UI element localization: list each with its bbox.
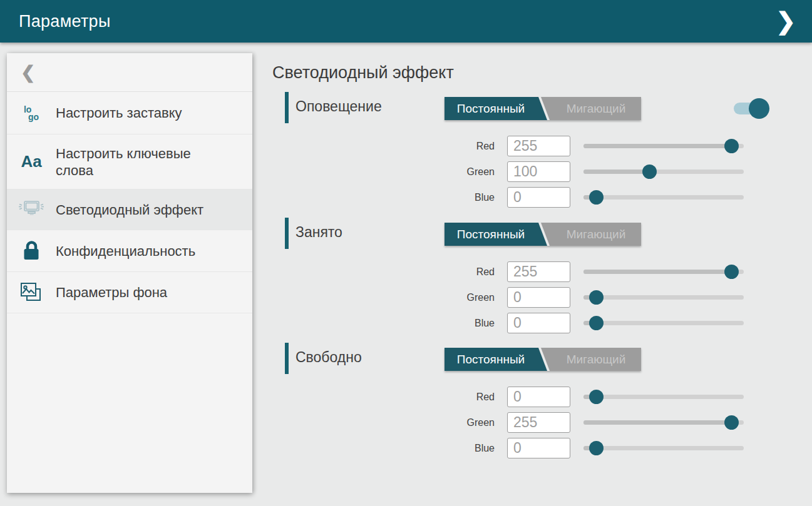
- mode-constant-button[interactable]: Постоянный: [445, 223, 547, 246]
- sidebar-collapse-button[interactable]: ❮: [7, 53, 252, 92]
- slider-thumb[interactable]: [724, 265, 739, 279]
- green-value-input[interactable]: [507, 287, 570, 308]
- app-header: Параметры ❯: [0, 0, 812, 43]
- mode-segmented-control: Мигающий Постоянный: [445, 97, 641, 120]
- led-section-notification: Оповещение Мигающий Постоянный Red Green…: [272, 92, 792, 217]
- sidebar-item-splash-screen[interactable]: logo Настроить заставку: [7, 92, 252, 134]
- section-marker-bar: [285, 92, 289, 123]
- slider-thumb[interactable]: [589, 316, 604, 330]
- mode-blinking-button[interactable]: Мигающий: [541, 223, 641, 246]
- rgb-label: Green: [272, 410, 495, 435]
- slider-thumb[interactable]: [642, 164, 657, 179]
- section-label: Свободно: [296, 349, 362, 366]
- notification-enabled-toggle[interactable]: [734, 98, 768, 119]
- slider-track: [583, 395, 744, 399]
- rgb-label: Blue: [272, 185, 495, 210]
- led-section-busy: Занято Мигающий Постоянный Red Green Blu…: [272, 218, 792, 343]
- rgb-row-green: Green: [272, 410, 792, 435]
- back-chevron-icon: ❮: [21, 62, 35, 83]
- rgb-row-blue: Blue: [272, 435, 792, 461]
- blue-value-input[interactable]: [507, 187, 570, 208]
- slider-fill: [583, 144, 731, 148]
- blue-value-input[interactable]: [507, 438, 570, 458]
- green-value-input[interactable]: [507, 412, 570, 433]
- red-value-input[interactable]: [507, 387, 570, 407]
- rgb-label: Blue: [272, 435, 495, 461]
- green-slider[interactable]: [583, 285, 744, 310]
- forward-chevron-icon[interactable]: ❯: [771, 7, 801, 36]
- sidebar-item-label: Настроить ключевые слова: [56, 145, 200, 179]
- page-title: Параметры: [19, 12, 111, 31]
- slider-fill: [583, 270, 731, 274]
- red-value-input[interactable]: [507, 261, 570, 282]
- slider-thumb[interactable]: [724, 139, 739, 153]
- rgb-label: Red: [272, 384, 495, 410]
- rgb-row-red: Red: [272, 133, 792, 159]
- mode-segmented-control: Мигающий Постоянный: [445, 348, 641, 371]
- sidebar-item-label: Конфиденциальность: [56, 243, 195, 260]
- green-slider[interactable]: [583, 410, 744, 435]
- main-section-title: Светодиодный эффект: [272, 63, 454, 83]
- sidebar-item-led-effect[interactable]: *** Светодиодный эффект: [7, 190, 252, 230]
- blue-slider[interactable]: [583, 435, 744, 461]
- rgb-label: Green: [272, 285, 495, 310]
- rgb-row-blue: Blue: [272, 310, 792, 336]
- sidebar-item-label: Параметры фона: [56, 284, 167, 301]
- red-slider[interactable]: [583, 133, 744, 159]
- mode-blinking-button[interactable]: Мигающий: [541, 348, 641, 371]
- green-slider[interactable]: [583, 159, 744, 185]
- sidebar-item-label: Настроить заставку: [56, 104, 182, 121]
- slider-thumb[interactable]: [589, 441, 604, 455]
- slider-fill: [583, 170, 649, 174]
- rgb-row-blue: Blue: [272, 185, 792, 210]
- slider-thumb[interactable]: [589, 190, 604, 205]
- led-monitor-icon: ***: [7, 198, 56, 221]
- rgb-row-red: Red: [272, 259, 792, 285]
- sidebar-item-privacy[interactable]: Конфиденциальность: [7, 230, 252, 272]
- rgb-label: Blue: [272, 310, 495, 336]
- rgb-row-red: Red: [272, 384, 792, 410]
- mode-constant-button[interactable]: Постоянный: [445, 97, 547, 120]
- rgb-label: Green: [272, 159, 495, 185]
- slider-thumb[interactable]: [589, 390, 604, 404]
- blue-value-input[interactable]: [507, 313, 570, 333]
- led-section-free: Свободно Мигающий Постоянный Red Green B…: [272, 343, 792, 468]
- mode-segmented-control: Мигающий Постоянный: [445, 223, 641, 246]
- rgb-row-green: Green: [272, 285, 792, 310]
- slider-thumb[interactable]: [724, 415, 739, 430]
- sidebar-item-keywords[interactable]: Aa Настроить ключевые слова: [7, 134, 252, 190]
- section-label: Занято: [296, 224, 342, 241]
- toggle-thumb: [749, 98, 769, 119]
- section-marker-bar: [285, 218, 289, 249]
- green-value-input[interactable]: [507, 161, 570, 182]
- mode-blinking-button[interactable]: Мигающий: [541, 97, 641, 120]
- rgb-label: Red: [272, 133, 495, 159]
- sidebar-item-label: Светодиодный эффект: [56, 201, 203, 218]
- keywords-icon: Aa: [7, 152, 56, 171]
- slider-track: [583, 321, 744, 325]
- settings-sidebar: ❮ logo Настроить заставку Aa Настроить к…: [7, 53, 252, 493]
- slider-track: [583, 446, 744, 450]
- blue-slider[interactable]: [583, 185, 744, 210]
- background-images-icon: [7, 281, 56, 304]
- lock-icon: [7, 240, 56, 261]
- svg-text:***: ***: [30, 213, 34, 217]
- red-value-input[interactable]: [507, 136, 570, 156]
- blue-slider[interactable]: [583, 310, 744, 336]
- slider-thumb[interactable]: [589, 290, 604, 305]
- red-slider[interactable]: [583, 384, 744, 410]
- sidebar-item-background[interactable]: Параметры фона: [7, 272, 252, 313]
- slider-fill: [583, 420, 731, 425]
- rgb-row-green: Green: [272, 159, 792, 185]
- slider-track: [583, 295, 744, 300]
- section-marker-bar: [285, 343, 289, 374]
- section-label: Оповещение: [296, 98, 382, 115]
- mode-constant-button[interactable]: Постоянный: [445, 348, 547, 371]
- rgb-label: Red: [272, 259, 495, 285]
- slider-track: [583, 195, 744, 200]
- logo-icon: logo: [7, 106, 56, 121]
- red-slider[interactable]: [583, 259, 744, 285]
